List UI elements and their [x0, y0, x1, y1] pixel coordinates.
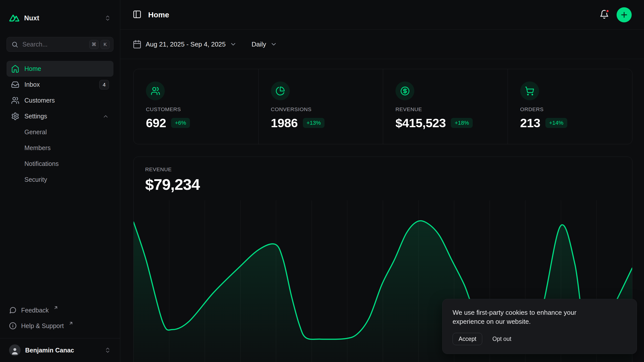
chart-pie-icon	[271, 81, 290, 100]
collapse-sidebar-button[interactable]	[133, 10, 142, 20]
cookie-message: We use first-party cookies to enhance yo…	[453, 308, 603, 326]
workspace-name: Nuxt	[24, 14, 39, 22]
kbd-cmd: ⌘	[89, 40, 99, 49]
add-button[interactable]	[617, 7, 632, 22]
period-label: Daily	[252, 40, 266, 48]
date-range-label: Aug 21, 2025 - Sep 4, 2025	[146, 40, 226, 48]
calendar-icon	[133, 40, 142, 49]
stat-delta-badge: +13%	[303, 118, 325, 128]
stat-label: REVENUE	[395, 106, 508, 112]
users-icon	[11, 96, 19, 105]
stat-label: CONVERSIONS	[271, 106, 383, 112]
cookie-banner: We use first-party cookies to enhance yo…	[442, 299, 637, 354]
revenue-card-label: REVENUE	[145, 166, 632, 172]
cart-icon	[520, 81, 539, 100]
sidebar-nav: Home Inbox 4 Customers	[7, 61, 113, 188]
nav-label: Customers	[24, 97, 55, 104]
stat-value: $415,523	[395, 116, 446, 130]
page-header: Home	[120, 0, 644, 30]
users-icon	[146, 81, 165, 100]
panel-left-icon	[133, 10, 142, 19]
circle-dollar-icon	[395, 81, 414, 100]
sidebar-top: Nuxt Search... ⌘ K	[0, 0, 120, 188]
page-title: Home	[148, 11, 169, 19]
nav-label: Home	[24, 65, 41, 72]
date-range-picker[interactable]: Aug 21, 2025 - Sep 4, 2025	[133, 40, 237, 49]
sidebar-item-customers[interactable]: Customers	[7, 93, 113, 108]
external-link-icon	[68, 321, 73, 326]
notifications-button[interactable]	[599, 10, 609, 20]
chevron-up-icon	[102, 113, 109, 120]
chevron-down-icon	[270, 41, 277, 48]
sidebar-item-settings-notifications[interactable]: Notifications	[7, 156, 113, 172]
gear-icon	[11, 112, 19, 120]
stat-conversions: CONVERSIONS 1986 +13%	[258, 69, 383, 144]
workspace-switcher[interactable]: Nuxt	[7, 10, 113, 26]
kbd-k: K	[101, 40, 110, 49]
stat-label: CUSTOMERS	[146, 106, 258, 112]
stat-delta-badge: +6%	[171, 118, 190, 128]
cookie-optout-button[interactable]: Opt out	[492, 336, 511, 342]
stat-delta-badge: +14%	[545, 118, 567, 128]
help-support-label: Help & Support	[21, 322, 64, 330]
search-placeholder: Search...	[22, 41, 85, 48]
chevrons-up-down-icon	[104, 15, 111, 21]
stats-row: CUSTOMERS 692 +6% CONVERSIONS 1986 +13%	[133, 69, 632, 144]
search-icon	[11, 41, 18, 48]
inbox-icon	[11, 80, 19, 89]
sidebar-item-home[interactable]: Home	[7, 61, 113, 77]
feedback-link[interactable]: Feedback	[7, 302, 113, 318]
avatar	[9, 344, 21, 356]
nav-label: Settings	[24, 113, 47, 120]
period-select[interactable]: Daily	[252, 40, 277, 48]
sidebar-item-settings-security[interactable]: Security	[7, 172, 113, 188]
chevron-down-icon	[230, 41, 237, 48]
search-input[interactable]: Search... ⌘ K	[7, 37, 113, 52]
inbox-count-badge: 4	[99, 80, 109, 89]
feedback-label: Feedback	[21, 307, 49, 314]
chevrons-up-down-icon	[104, 347, 111, 353]
sidebar-footer: Feedback Help & Support	[0, 302, 120, 336]
user-name: Benjamin Canac	[25, 347, 74, 354]
stat-delta-badge: +18%	[451, 118, 473, 128]
stat-value: 692	[146, 116, 166, 130]
help-support-link[interactable]: Help & Support	[7, 318, 113, 334]
stat-label: ORDERS	[520, 106, 632, 112]
sidebar: Nuxt Search... ⌘ K	[0, 0, 120, 362]
filters-toolbar: Aug 21, 2025 - Sep 4, 2025 Daily	[120, 30, 644, 59]
cookie-accept-button[interactable]: Accept	[453, 333, 482, 345]
user-menu[interactable]: Benjamin Canac	[7, 343, 113, 357]
nuxt-logo-icon	[9, 14, 20, 22]
stat-customers: CUSTOMERS 692 +6%	[134, 69, 258, 144]
external-link-icon	[53, 305, 58, 310]
sidebar-item-settings-general[interactable]: General	[7, 124, 113, 140]
stat-value: 1986	[271, 116, 298, 130]
plus-icon	[620, 11, 628, 19]
sidebar-item-inbox[interactable]: Inbox 4	[7, 77, 113, 93]
search-shortcut: ⌘ K	[89, 40, 110, 49]
notification-dot	[606, 9, 610, 13]
message-icon	[9, 306, 17, 314]
user-section: Benjamin Canac	[0, 338, 120, 362]
sidebar-item-settings-members[interactable]: Members	[7, 140, 113, 156]
info-circle-icon	[9, 322, 17, 330]
nav-label: Inbox	[24, 81, 40, 88]
stat-revenue: REVENUE $415,523 +18%	[383, 69, 508, 144]
stat-value: 213	[520, 116, 540, 130]
sidebar-item-settings[interactable]: Settings	[7, 108, 113, 124]
home-icon	[11, 65, 19, 73]
revenue-card-value: $79,234	[145, 175, 632, 193]
stat-orders: ORDERS 213 +14%	[508, 69, 632, 144]
